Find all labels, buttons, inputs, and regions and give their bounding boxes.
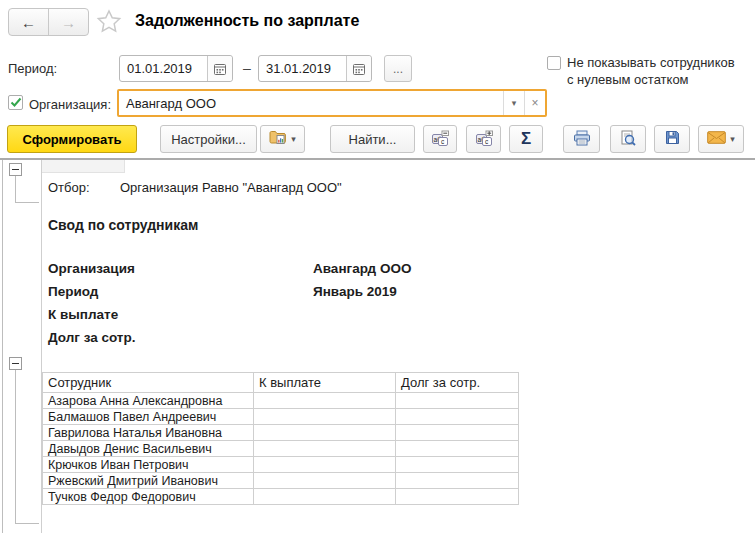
- debt-cell: [396, 489, 519, 505]
- generate-button[interactable]: Сформировать: [7, 125, 137, 153]
- debt-cell: [396, 425, 519, 441]
- collapse-groups-icon: абс: [431, 130, 449, 149]
- report-top-cell: [42, 160, 125, 173]
- group-bracket-line: [15, 202, 39, 203]
- preview-icon: [620, 130, 636, 149]
- period-label: Период:: [8, 61, 57, 76]
- report-filter-row: Отбор:: [48, 180, 90, 195]
- expand-groups-icon: абс: [475, 130, 493, 149]
- calendar-icon[interactable]: [346, 56, 371, 81]
- table-header-row: Сотрудник К выплате Долг за сотр.: [43, 373, 519, 393]
- group-gutter-line: [2, 160, 3, 533]
- group-bracket-line: [15, 176, 16, 203]
- organization-label[interactable]: Организация:: [29, 97, 111, 112]
- find-button[interactable]: Найти...: [330, 125, 415, 153]
- employee-name-cell: Азарова Анна Александровна: [43, 393, 254, 409]
- filter-value: Организация Равно "Авангард ООО": [120, 180, 342, 195]
- period-separator: –: [243, 60, 251, 76]
- forward-button[interactable]: →: [49, 9, 88, 35]
- period-more-button[interactable]: ...: [384, 55, 412, 82]
- organization-checkbox[interactable]: [8, 95, 23, 110]
- back-icon: ←: [21, 14, 36, 31]
- collapse-icon: [12, 363, 19, 364]
- checkmark-icon: [10, 94, 22, 112]
- employee-name-cell: Балмашов Павел Андреевич: [43, 409, 254, 425]
- chevron-down-icon: ▾: [730, 134, 735, 144]
- organization-dropdown-button[interactable]: ▾: [503, 91, 524, 115]
- chevron-down-icon: ▾: [512, 98, 517, 108]
- close-icon: ×: [531, 96, 538, 110]
- date-to-value[interactable]: 31.01.2019: [259, 56, 346, 81]
- report-variants-button[interactable]: ▾: [260, 125, 305, 153]
- forward-icon: →: [61, 14, 76, 31]
- to-pay-cell: [254, 473, 396, 489]
- table-row: Азарова Анна Александровна: [43, 393, 519, 409]
- page-title: Задолженность по зарплате: [135, 12, 359, 30]
- debt-cell: [396, 457, 519, 473]
- employee-name-cell: Крючков Иван Петрович: [43, 457, 254, 473]
- column-header-to-pay: К выплате: [254, 373, 396, 393]
- to-pay-cell: [254, 425, 396, 441]
- hide-zero-label-line2: с нулевым остатком: [567, 71, 735, 88]
- back-button[interactable]: ←: [9, 9, 49, 35]
- debt-cell: [396, 409, 519, 425]
- email-icon: [707, 131, 726, 147]
- info-label: К выплате: [48, 307, 118, 322]
- collapse-groups-button[interactable]: абс: [423, 125, 457, 153]
- to-pay-cell: [254, 393, 396, 409]
- settings-button[interactable]: Настройки...: [160, 125, 257, 153]
- report-section-title: Свод по сотрудникам: [48, 217, 198, 233]
- group-collapse-button-1[interactable]: [9, 163, 22, 176]
- hide-zero-label[interactable]: Не показывать сотрудников с нулевым оста…: [567, 54, 735, 88]
- column-header-employee: Сотрудник: [43, 373, 254, 393]
- print-icon: [573, 130, 591, 149]
- expand-groups-button[interactable]: абс: [466, 125, 501, 153]
- table-row: Балмашов Павел Андреевич: [43, 409, 519, 425]
- debt-cell: [396, 441, 519, 457]
- employee-table: Сотрудник К выплате Долг за сотр. Азаров…: [42, 372, 519, 505]
- info-label: Организация: [48, 261, 135, 276]
- employee-name-cell: Тучков Федор Федорович: [43, 489, 254, 505]
- table-row: Крючков Иван Петрович: [43, 457, 519, 473]
- info-label: Период: [48, 284, 98, 299]
- organization-value[interactable]: Авангард ООО: [119, 91, 503, 115]
- sum-icon: Σ: [521, 129, 531, 149]
- email-button[interactable]: ▾: [698, 125, 744, 153]
- save-icon: [665, 130, 680, 148]
- app-window: ← → Задолженность по зарплате Период: 01…: [0, 0, 755, 533]
- sum-button[interactable]: Σ: [509, 125, 543, 153]
- organization-field[interactable]: Авангард ООО ▾ ×: [117, 89, 547, 117]
- collapse-icon: [12, 169, 19, 170]
- info-label: Долг за сотр.: [48, 330, 135, 345]
- date-to-field[interactable]: 31.01.2019: [258, 55, 372, 82]
- to-pay-cell: [254, 409, 396, 425]
- organization-clear-button[interactable]: ×: [524, 91, 545, 115]
- preview-button[interactable]: [610, 125, 646, 153]
- save-button[interactable]: [654, 125, 690, 153]
- table-row: Ржевский Дмитрий Иванович: [43, 473, 519, 489]
- date-from-field[interactable]: 01.01.2019: [119, 55, 233, 82]
- table-row: Тучков Федор Федорович: [43, 489, 519, 505]
- filter-label: Отбор:: [48, 180, 90, 195]
- group-bracket-line: [15, 523, 39, 524]
- info-value: Январь 2019: [313, 284, 397, 299]
- info-value: Авангард ООО: [313, 261, 411, 276]
- table-row: Гаврилова Наталья Ивановна: [43, 425, 519, 441]
- table-row: Давыдов Денис Васильевич: [43, 441, 519, 457]
- group-bracket-line: [15, 370, 16, 523]
- employee-name-cell: Ржевский Дмитрий Иванович: [43, 473, 254, 489]
- calendar-icon[interactable]: [207, 56, 232, 81]
- favorite-star-icon[interactable]: [96, 9, 122, 35]
- column-header-debt: Долг за сотр.: [396, 373, 519, 393]
- to-pay-cell: [254, 457, 396, 473]
- report-variants-icon: [269, 130, 287, 148]
- date-from-value[interactable]: 01.01.2019: [120, 56, 207, 81]
- group-collapse-button-2[interactable]: [9, 357, 22, 370]
- nav-history-control: ← →: [8, 8, 89, 36]
- hide-zero-checkbox[interactable]: [547, 56, 561, 70]
- print-button[interactable]: [563, 125, 600, 153]
- debt-cell: [396, 473, 519, 489]
- to-pay-cell: [254, 489, 396, 505]
- hide-zero-label-line1: Не показывать сотрудников: [567, 54, 735, 71]
- chevron-down-icon: ▾: [291, 134, 296, 144]
